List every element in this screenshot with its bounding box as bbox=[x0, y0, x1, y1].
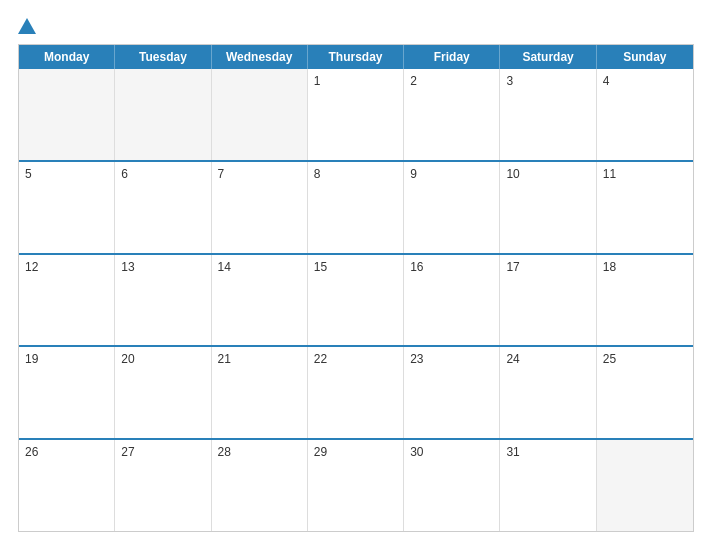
day-cell: 10 bbox=[500, 162, 596, 253]
day-number: 31 bbox=[506, 445, 589, 459]
header bbox=[18, 18, 694, 34]
day-cell: 26 bbox=[19, 440, 115, 531]
day-cell: 25 bbox=[597, 347, 693, 438]
day-number: 20 bbox=[121, 352, 204, 366]
day-header-tuesday: Tuesday bbox=[115, 45, 211, 69]
day-cell: 24 bbox=[500, 347, 596, 438]
day-cell: 13 bbox=[115, 255, 211, 346]
day-number: 3 bbox=[506, 74, 589, 88]
day-cell: 22 bbox=[308, 347, 404, 438]
day-cell bbox=[212, 69, 308, 160]
day-cell: 29 bbox=[308, 440, 404, 531]
day-number: 27 bbox=[121, 445, 204, 459]
day-cell: 11 bbox=[597, 162, 693, 253]
day-cell bbox=[115, 69, 211, 160]
day-cell: 12 bbox=[19, 255, 115, 346]
day-cell: 31 bbox=[500, 440, 596, 531]
day-number: 29 bbox=[314, 445, 397, 459]
day-number: 30 bbox=[410, 445, 493, 459]
day-number: 21 bbox=[218, 352, 301, 366]
week-row-4: 19202122232425 bbox=[19, 345, 693, 438]
day-number: 14 bbox=[218, 260, 301, 274]
calendar-body: 1234567891011121314151617181920212223242… bbox=[19, 69, 693, 531]
days-header: MondayTuesdayWednesdayThursdayFridaySatu… bbox=[19, 45, 693, 69]
day-number: 24 bbox=[506, 352, 589, 366]
logo bbox=[18, 18, 39, 34]
day-cell: 4 bbox=[597, 69, 693, 160]
day-number: 15 bbox=[314, 260, 397, 274]
day-cell: 17 bbox=[500, 255, 596, 346]
day-cell: 19 bbox=[19, 347, 115, 438]
day-cell: 28 bbox=[212, 440, 308, 531]
day-number: 4 bbox=[603, 74, 687, 88]
day-header-monday: Monday bbox=[19, 45, 115, 69]
day-cell: 9 bbox=[404, 162, 500, 253]
day-header-saturday: Saturday bbox=[500, 45, 596, 69]
day-cell: 2 bbox=[404, 69, 500, 160]
week-row-2: 567891011 bbox=[19, 160, 693, 253]
day-number: 5 bbox=[25, 167, 108, 181]
day-cell: 27 bbox=[115, 440, 211, 531]
day-cell: 23 bbox=[404, 347, 500, 438]
day-cell: 3 bbox=[500, 69, 596, 160]
day-cell: 14 bbox=[212, 255, 308, 346]
day-number: 8 bbox=[314, 167, 397, 181]
day-number: 9 bbox=[410, 167, 493, 181]
calendar: MondayTuesdayWednesdayThursdayFridaySatu… bbox=[18, 44, 694, 532]
day-number: 7 bbox=[218, 167, 301, 181]
day-number: 18 bbox=[603, 260, 687, 274]
calendar-page: MondayTuesdayWednesdayThursdayFridaySatu… bbox=[0, 0, 712, 550]
day-number: 11 bbox=[603, 167, 687, 181]
logo-triangle-icon bbox=[18, 18, 36, 34]
day-cell: 1 bbox=[308, 69, 404, 160]
day-number: 17 bbox=[506, 260, 589, 274]
day-number: 2 bbox=[410, 74, 493, 88]
day-number: 25 bbox=[603, 352, 687, 366]
day-cell: 6 bbox=[115, 162, 211, 253]
day-cell: 15 bbox=[308, 255, 404, 346]
day-number: 19 bbox=[25, 352, 108, 366]
day-cell: 5 bbox=[19, 162, 115, 253]
day-header-sunday: Sunday bbox=[597, 45, 693, 69]
day-header-thursday: Thursday bbox=[308, 45, 404, 69]
day-cell: 18 bbox=[597, 255, 693, 346]
day-number: 26 bbox=[25, 445, 108, 459]
day-number: 1 bbox=[314, 74, 397, 88]
day-cell: 16 bbox=[404, 255, 500, 346]
day-number: 28 bbox=[218, 445, 301, 459]
day-number: 12 bbox=[25, 260, 108, 274]
day-cell bbox=[19, 69, 115, 160]
day-number: 13 bbox=[121, 260, 204, 274]
week-row-5: 262728293031 bbox=[19, 438, 693, 531]
week-row-3: 12131415161718 bbox=[19, 253, 693, 346]
day-cell: 20 bbox=[115, 347, 211, 438]
week-row-1: 1234 bbox=[19, 69, 693, 160]
day-cell: 7 bbox=[212, 162, 308, 253]
day-number: 16 bbox=[410, 260, 493, 274]
day-cell bbox=[597, 440, 693, 531]
logo-blue-row bbox=[18, 18, 39, 34]
day-cell: 21 bbox=[212, 347, 308, 438]
day-number: 10 bbox=[506, 167, 589, 181]
day-header-friday: Friday bbox=[404, 45, 500, 69]
day-number: 22 bbox=[314, 352, 397, 366]
day-cell: 30 bbox=[404, 440, 500, 531]
day-header-wednesday: Wednesday bbox=[212, 45, 308, 69]
day-number: 23 bbox=[410, 352, 493, 366]
day-cell: 8 bbox=[308, 162, 404, 253]
day-number: 6 bbox=[121, 167, 204, 181]
